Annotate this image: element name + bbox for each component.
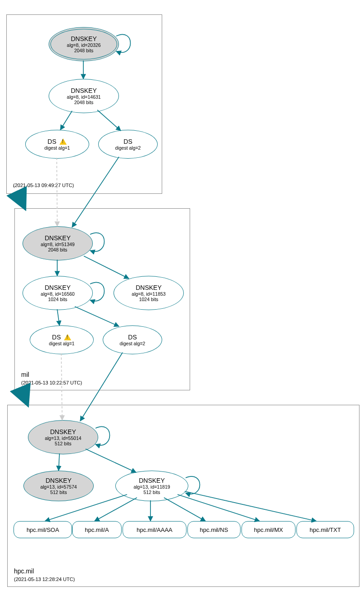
zone-hpc-time: (2021-05-13 12:28:24 UTC) xyxy=(14,577,75,582)
node-mil-zsk1: DNSKEY alg=8, id=16560 1024 bits xyxy=(23,276,93,310)
node-mil-zsk2: DNSKEY alg=8, id=11853 1024 bits xyxy=(114,276,184,310)
node-hpc-ksk: DNSKEY alg=13, id=55014 512 bits xyxy=(28,420,98,454)
node-hpc-zsk: DNSKEY alg=13, id=11819 512 bits xyxy=(115,471,188,501)
node-hpc-k2: DNSKEY alg=13, id=57574 512 bits xyxy=(23,471,94,501)
warning-icon xyxy=(59,138,67,145)
node-root-zsk: DNSKEY alg=8, id=14631 2048 bits xyxy=(49,79,119,113)
rr-txt: hpc.mil/TXT xyxy=(296,521,354,538)
zone-mil-time: (2021-05-13 10:22:57 UTC) xyxy=(21,380,82,385)
rr-ns: hpc.mil/NS xyxy=(187,521,241,538)
node-root-ds2: DS digest alg=2 xyxy=(98,130,158,159)
node-mil-ds1: DS digest alg=1 xyxy=(30,325,94,354)
node-root-ds1: DS digest alg=1 xyxy=(25,130,89,159)
zone-hpc-name: hpc.mil xyxy=(14,568,34,575)
node-mil-ksk: DNSKEY alg=8, id=51349 2048 bits xyxy=(23,226,93,261)
node-mil-ds2: DS digest alg=2 xyxy=(103,325,162,354)
rr-soa: hpc.mil/SOA xyxy=(14,521,72,538)
warning-icon xyxy=(64,334,71,340)
zone-mil-name: mil xyxy=(21,371,29,378)
rr-mx: hpc.mil/MX xyxy=(241,521,296,538)
zone-root-time: (2021-05-13 09:49:27 UTC) xyxy=(13,183,74,188)
rr-aaaa: hpc.mil/AAAA xyxy=(123,521,187,538)
node-root-ksk: DNSKEY alg=8, id=20326 2048 bits xyxy=(49,27,119,61)
rr-a: hpc.mil/A xyxy=(72,521,122,538)
